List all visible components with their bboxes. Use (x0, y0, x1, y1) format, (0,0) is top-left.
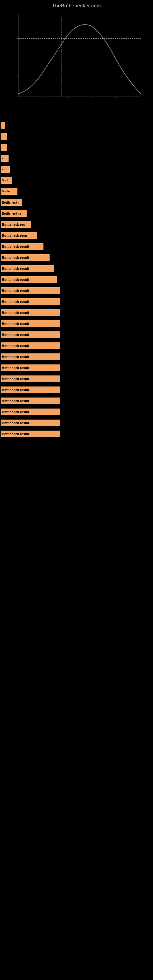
result-bar: Bottleneck result (1, 309, 60, 316)
result-bar: Bottleneck res (1, 221, 31, 228)
result-bar (1, 144, 7, 151)
list-item: Bottleneck result (0, 264, 153, 273)
result-bar: Bo (1, 166, 10, 173)
result-bar: Bottleneck result (1, 364, 60, 371)
result-bar (1, 122, 5, 129)
result-bar: Bottlen (1, 188, 18, 195)
list-item: B (0, 154, 153, 163)
list-item: Bottleneck result (0, 430, 153, 439)
list-item: Bottleneck res (0, 220, 153, 229)
list-item (0, 132, 153, 141)
list-item: Bottleneck result (0, 275, 153, 284)
result-bar: Bottleneck result (1, 265, 54, 272)
result-bar: Bottleneck result (1, 276, 57, 283)
list-item: Bottleneck result (0, 418, 153, 428)
list-item: Bottleneck result (0, 253, 153, 262)
result-bar: Bottleneck result (1, 420, 60, 426)
list-item: Bottleneck result (0, 385, 153, 395)
result-bar: Bottleneck result (1, 387, 60, 393)
list-item (0, 121, 153, 130)
list-item: Bottleneck result (0, 352, 153, 361)
result-bar: Bottleneck result (1, 375, 60, 382)
list-item: Bottleneck result (0, 308, 153, 317)
result-bar: Bottleneck result (1, 431, 60, 438)
list-item: Bottleneck r (0, 198, 153, 207)
list-item: Bottleneck re (0, 209, 153, 218)
result-bar: B (1, 155, 9, 162)
performance-chart (6, 11, 147, 109)
list-item: Bottleneck result (0, 286, 153, 295)
result-bar: Bottleneck resu (1, 232, 37, 239)
result-bar: Bottleneck result (1, 342, 60, 349)
list-item: Bottleneck result (0, 297, 153, 306)
result-bar: Bottleneck result (1, 298, 60, 305)
list-item (0, 143, 153, 152)
result-bar: Bottleneck result (1, 398, 60, 404)
result-bar: Bottl (1, 177, 12, 184)
list-item: Bottleneck result (0, 319, 153, 328)
list-item: Bottleneck result (0, 330, 153, 339)
chart-svg (6, 11, 147, 109)
result-bar: Bottleneck result (1, 409, 60, 415)
list-item: Bottleneck result (0, 396, 153, 406)
result-bar: Bottleneck r (1, 199, 22, 206)
site-title: TheBottlenecker.com (0, 0, 153, 11)
spacer-0 (0, 115, 153, 121)
result-bar: Bottleneck result (1, 287, 60, 294)
svg-rect-0 (6, 11, 147, 109)
list-item: Bottleneck result (0, 363, 153, 372)
list-item: Bottlen (0, 187, 153, 196)
list-item: Bottleneck result (0, 341, 153, 350)
list-item: Bottl (0, 176, 153, 185)
result-bar: Bottleneck result (1, 353, 60, 360)
list-item: Bo (0, 165, 153, 174)
list-item: Bottleneck result (0, 242, 153, 251)
list-item: Bottleneck result (0, 407, 153, 417)
result-bar (1, 133, 7, 140)
result-bar: Bottleneck re (1, 210, 27, 217)
list-item: Bottleneck result (0, 374, 153, 383)
result-bar: Bottleneck result (1, 331, 60, 338)
result-list: B Bo Bottl Bottlen Bottleneck r Bottlene… (0, 115, 153, 445)
result-bar: Bottleneck result (1, 320, 60, 327)
result-bar: Bottleneck result (1, 254, 49, 261)
result-bar: Bottleneck result (1, 243, 43, 250)
list-item: Bottleneck resu (0, 231, 153, 240)
site-title-bar: TheBottlenecker.com (0, 0, 153, 11)
